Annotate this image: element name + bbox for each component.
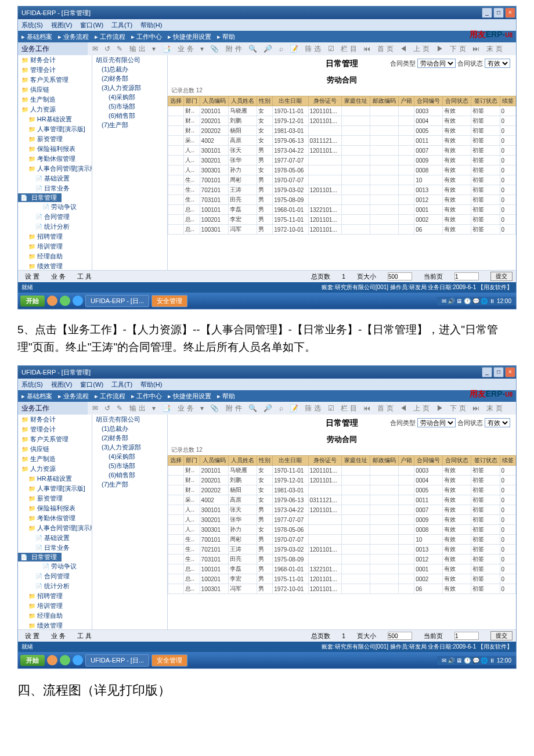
tree-item[interactable]: (4)采购部	[92, 452, 167, 461]
nav-item[interactable]: 考勤休假管理	[18, 154, 92, 164]
nav-item[interactable]: 绩效管理	[18, 621, 92, 629]
quicklaunch-icon[interactable]	[73, 655, 83, 665]
menu-item[interactable]: 工具(T)	[111, 21, 132, 28]
taskbar-app[interactable]: 安全管理	[151, 295, 187, 307]
minimize-icon[interactable]: _	[482, 8, 492, 18]
tree-item[interactable]: (5)市场部	[92, 102, 167, 111]
page-size-input[interactable]	[388, 272, 412, 280]
toolbar-buttons[interactable]: ✉ ↺ ✎ 输出 ▾ 📑 业务 ▾ 📎 附件 🔍 🔎 ⌕ 📝 筛选 ☑ 栏目 ⏮…	[88, 402, 516, 415]
system-tray[interactable]: ✉ 🔊 🖥 🕐 💬 🌐 ⏸ 12:00	[437, 297, 516, 305]
nav-item[interactable]: HR基础设置	[18, 114, 92, 124]
tree-item[interactable]: (1)总裁办	[92, 64, 167, 74]
table-row[interactable]: 人..300301孙力女1978-05-060008有效初签0	[168, 165, 516, 175]
tree-item[interactable]: (2)财务部	[92, 433, 167, 442]
minimize-icon[interactable]: _	[482, 367, 492, 377]
quicklaunch-icon[interactable]	[47, 296, 57, 306]
taskbar-app[interactable]: UFIDA-ERP - [日...	[85, 654, 149, 667]
table-row[interactable]: 人..300101张天男1973-04-221201101...0007有效初签…	[168, 146, 516, 156]
nav-item[interactable]: 财务会计	[18, 415, 92, 424]
tree-item[interactable]: (5)市场部	[92, 461, 167, 470]
nav-item[interactable]: 日常业务	[18, 183, 92, 193]
table-row[interactable]: 总..100201李宏男1975-11-011201101...0002有效初签…	[168, 215, 516, 225]
column-header[interactable]: 出生日期	[273, 96, 308, 106]
tree-item[interactable]: (6)销售部	[92, 470, 167, 480]
toolbar-item[interactable]: ▸ 基础档案	[21, 393, 52, 399]
toolbar-item[interactable]: ▸ 基础档案	[21, 33, 52, 40]
quicklaunch-icon[interactable]	[73, 296, 83, 306]
nav-item[interactable]: 财务会计	[18, 55, 92, 65]
table-row[interactable]: 人..300201张华男1977-07-070009有效初签0	[168, 156, 516, 165]
menu-item[interactable]: 窗口(W)	[80, 21, 103, 28]
menu-item[interactable]: 视图(V)	[51, 381, 73, 388]
nav-item[interactable]: 统计分析	[18, 581, 92, 591]
toolbar-item[interactable]: ▸ 业务流程	[58, 393, 89, 399]
nav-item[interactable]: 供应链	[18, 444, 92, 454]
nav-item[interactable]: 薪资管理	[18, 494, 92, 503]
column-header[interactable]: 性别	[257, 96, 272, 106]
toolbar-item[interactable]: ▸ 工作流程	[95, 33, 125, 40]
close-icon[interactable]: ×	[505, 367, 515, 377]
menu-item[interactable]: 帮助(H)	[140, 21, 162, 28]
nav-item[interactable]: 生产制造	[18, 95, 92, 105]
column-header[interactable]: 家庭住址	[341, 96, 370, 106]
nav-item[interactable]: HR基础设置	[18, 474, 92, 484]
maximize-icon[interactable]: □	[493, 8, 504, 18]
quicklaunch-icon[interactable]	[60, 296, 70, 306]
page-size-input[interactable]	[388, 632, 412, 640]
column-header[interactable]: 部门	[184, 96, 200, 106]
data-grid[interactable]: 选择部门人员编码人员姓名性别出生日期身份证号家庭住址邮政编码户籍合同编号合同状态…	[168, 96, 516, 235]
column-header[interactable]: 续签	[500, 456, 515, 466]
contract-type-select[interactable]: 劳动合同	[417, 59, 456, 68]
toolbar-buttons[interactable]: ✉ ↺ ✎ 输出 ▾ 📑 业务 ▾ 📎 附件 🔍 🔎 ⌕ 📝 筛选 ☑ 栏目 ⏮…	[88, 42, 516, 55]
column-header[interactable]: 续签	[500, 96, 515, 106]
table-row[interactable]: 财..200202杨阳女1981-03-010005有效初签0	[168, 485, 516, 495]
taskbar-app[interactable]: UFIDA-ERP - [日...	[85, 295, 149, 307]
tree-item[interactable]: (4)采购部	[92, 92, 167, 102]
column-header[interactable]: 签订状态	[471, 96, 500, 106]
menu-item[interactable]: 帮助(H)	[140, 381, 162, 388]
table-row[interactable]: 人..300101张天男1973-04-221201101...0007有效初签…	[168, 505, 516, 515]
menu-item[interactable]: 工具(T)	[111, 381, 132, 388]
contract-status-select[interactable]: 有效	[485, 418, 510, 427]
nav-item[interactable]: 客户关系管理	[18, 434, 92, 444]
toolbar-item[interactable]: ▸ 快捷使用设置	[168, 33, 211, 40]
table-row[interactable]: 总..100201李宏男1975-11-011201101...0002有效初签…	[168, 574, 516, 584]
column-header[interactable]: 性别	[257, 456, 272, 466]
nav-item[interactable]: 招聘管理	[18, 591, 92, 601]
tree-item[interactable]: 胡豆壳有限公司	[92, 415, 167, 424]
bottom-tab-biz[interactable]: 业 务	[51, 272, 66, 281]
column-header[interactable]: 身份证号	[308, 96, 341, 106]
submit-button[interactable]: 提交	[490, 631, 513, 640]
bottom-tab-setup[interactable]: 设 置	[25, 632, 39, 640]
nav-item[interactable]: 生产制造	[18, 454, 92, 464]
table-row[interactable]: 生..703101田亮男1975-08-090012有效初签0	[168, 555, 516, 564]
nav-item[interactable]: 保险福利报表	[18, 144, 92, 154]
column-header[interactable]: 邮政编码	[370, 96, 398, 106]
column-header[interactable]: 人员编码	[200, 96, 228, 106]
nav-item[interactable]: 人力资源	[18, 105, 92, 114]
contract-status-select[interactable]: 有效	[485, 59, 510, 68]
column-header[interactable]: 合同状态	[443, 96, 471, 106]
contract-type-select[interactable]: 劳动合同	[417, 418, 456, 427]
tree-item[interactable]: (7)生产部	[92, 480, 167, 489]
nav-item[interactable]: 管理会计	[18, 65, 92, 75]
table-row[interactable]: 总..100301冯军男1972-10-011201101...06有效初签0	[168, 584, 516, 594]
tree-item[interactable]: 胡豆壳有限公司	[92, 55, 167, 64]
nav-item[interactable]: 人事管理[演示版]	[18, 124, 92, 134]
nav-item[interactable]: 招聘管理	[18, 232, 92, 242]
org-tree[interactable]: 胡豆壳有限公司(1)总裁办(2)财务部(3)人力资源部(4)采购部(5)市场部(…	[92, 415, 168, 629]
column-header[interactable]: 身份证号	[308, 456, 341, 466]
quicklaunch-icon[interactable]	[60, 655, 70, 665]
tree-item[interactable]: (7)生产部	[92, 120, 167, 129]
table-row[interactable]: 采..4002高原女1979-06-130311121...0011有效初签0	[168, 495, 516, 505]
nav-item[interactable]: 日常管理	[18, 193, 62, 202]
column-header[interactable]: 部门	[184, 456, 200, 466]
toolbar-item[interactable]: ▸ 工作中心	[131, 33, 162, 40]
close-icon[interactable]: ×	[505, 8, 515, 18]
column-header[interactable]: 选择	[168, 456, 184, 466]
tree-item[interactable]: (3)人力资源部	[92, 83, 167, 92]
bottom-tab-tool[interactable]: 工 具	[77, 632, 92, 640]
taskbar-app[interactable]: 安全管理	[151, 654, 187, 667]
tree-item[interactable]: (2)财务部	[92, 74, 167, 83]
table-row[interactable]: 生..700101周彬男1970-07-0710有效初签0	[168, 175, 516, 185]
